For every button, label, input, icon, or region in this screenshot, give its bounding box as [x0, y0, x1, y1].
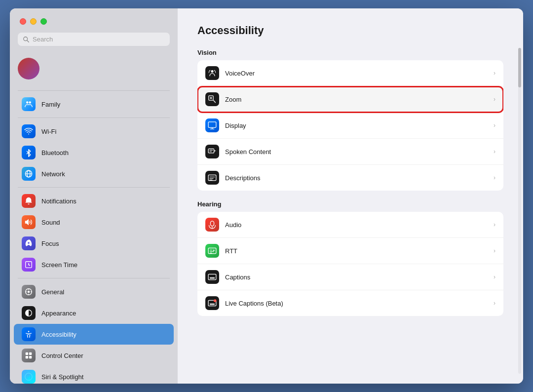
sidebar-item-accessibility[interactable]: Accessibility — [14, 324, 174, 345]
audio-chevron-icon: › — [494, 221, 495, 228]
settings-row-voiceover[interactable]: VoiceOver› — [197, 60, 503, 86]
sound-label: Sound — [41, 219, 60, 226]
maximize-button[interactable] — [40, 18, 47, 25]
user-profile[interactable] — [10, 54, 178, 85]
svg-rect-13 — [29, 353, 32, 355]
sidebar-item-notifications[interactable]: Notifications — [14, 191, 174, 211]
family-icon — [22, 97, 36, 111]
sidebar: FamilyWi-FiBluetoothNetworkNotifications… — [10, 8, 178, 384]
captions-chevron-icon: › — [494, 274, 495, 280]
sidebar-divider-notifications — [18, 187, 170, 188]
general-icon — [22, 285, 36, 299]
minimize-button[interactable] — [30, 18, 37, 25]
sidebar-item-screentime[interactable]: Screen Time — [14, 254, 174, 275]
audio-row-label: Audio — [225, 221, 494, 229]
sidebar-item-sound[interactable]: Sound — [14, 212, 174, 233]
wifi-icon — [22, 124, 36, 138]
zoom-chevron-icon: › — [494, 96, 495, 103]
settings-row-spoken[interactable]: Spoken Content› — [197, 139, 503, 165]
svg-point-6 — [28, 242, 30, 244]
settings-row-zoom[interactable]: Zoom› — [197, 86, 503, 113]
close-button[interactable] — [20, 18, 26, 25]
settings-row-captions[interactable]: Captions› — [197, 264, 503, 290]
settings-row-display[interactable]: Display› — [197, 113, 503, 139]
svg-point-2 — [26, 101, 29, 104]
general-label: General — [41, 288, 64, 296]
audio-row-icon — [205, 218, 219, 232]
sidebar-item-network[interactable]: Network — [14, 163, 174, 184]
sidebar-item-focus[interactable]: Focus — [14, 233, 174, 254]
traffic-lights — [10, 8, 178, 33]
display-row-label: Display — [225, 122, 494, 129]
appearance-icon — [22, 306, 36, 320]
sidebar-item-general[interactable]: General — [14, 281, 174, 302]
search-bar[interactable] — [18, 33, 170, 46]
spoken-row-label: Spoken Content — [225, 148, 494, 156]
descriptions-row-label: Descriptions — [225, 174, 494, 182]
accessibility-icon — [22, 327, 36, 341]
svg-rect-26 — [210, 277, 215, 279]
sidebar-divider-general — [18, 278, 170, 278]
display-chevron-icon: › — [494, 122, 495, 129]
spoken-chevron-icon: › — [494, 148, 495, 155]
family-label: Family — [41, 101, 60, 108]
screentime-icon — [22, 258, 36, 272]
livecaptions-chevron-icon: › — [494, 300, 495, 307]
voiceover-chevron-icon: › — [494, 70, 495, 77]
accessibility-label: Accessibility — [41, 331, 76, 338]
search-icon — [23, 36, 30, 43]
notifications-label: Notifications — [41, 197, 76, 205]
svg-rect-21 — [208, 149, 214, 153]
wifi-label: Wi-Fi — [41, 128, 56, 135]
spoken-row-icon — [205, 145, 219, 158]
sidebar-divider-wifi — [18, 118, 170, 118]
settings-group-vision: VoiceOver›Zoom›Display›Spoken Content›De… — [197, 60, 503, 191]
controlcenter-label: Control Center — [41, 352, 83, 359]
settings-row-audio[interactable]: Audio› — [197, 212, 503, 238]
settings-row-livecaptions[interactable]: Live Captions (Beta)› — [197, 290, 503, 316]
page-title: Accessibility — [197, 24, 503, 37]
descriptions-row-icon — [205, 171, 219, 185]
svg-rect-25 — [208, 274, 216, 279]
siri-label: Siri & Spotlight — [41, 373, 83, 381]
main-sections: VisionVoiceOver›Zoom›Display›Spoken Cont… — [197, 49, 503, 316]
settings-row-descriptions[interactable]: Descriptions› — [197, 165, 503, 191]
settings-group-hearing: Audio›RTT›Captions›Live Captions (Beta)› — [197, 212, 503, 316]
settings-row-rtt[interactable]: RTT› — [197, 238, 503, 264]
controlcenter-icon — [22, 349, 36, 362]
svg-point-3 — [29, 101, 31, 104]
svg-point-9 — [28, 291, 30, 293]
rtt-row-label: RTT — [225, 247, 494, 255]
sidebar-item-siri[interactable]: Siri & Spotlight — [14, 366, 174, 384]
network-label: Network — [41, 170, 65, 178]
zoom-row-label: Zoom — [225, 96, 494, 103]
sidebar-item-appearance[interactable]: Appearance — [14, 303, 174, 323]
section-header-hearing: Hearing — [197, 200, 503, 208]
svg-rect-15 — [29, 356, 32, 358]
svg-point-16 — [27, 374, 30, 380]
search-input[interactable] — [33, 36, 165, 43]
sidebar-items-list: FamilyWi-FiBluetoothNetworkNotifications… — [10, 85, 178, 384]
network-icon — [22, 167, 36, 181]
notifications-icon — [22, 194, 36, 208]
sidebar-item-wifi[interactable]: Wi-Fi — [14, 121, 174, 142]
livecaptions-row-icon — [205, 296, 219, 310]
voiceover-row-label: VoiceOver — [225, 70, 494, 77]
scroll-indicator — [518, 48, 521, 374]
rtt-row-icon — [205, 244, 219, 258]
main-content: Accessibility VisionVoiceOver›Zoom›Displ… — [178, 8, 523, 384]
sound-icon — [22, 215, 36, 229]
sidebar-item-bluetooth[interactable]: Bluetooth — [14, 142, 174, 163]
siri-icon — [22, 370, 36, 384]
svg-rect-14 — [26, 356, 28, 358]
svg-rect-28 — [210, 304, 215, 305]
voiceover-row-icon — [205, 66, 219, 80]
section-header-vision: Vision — [197, 49, 503, 56]
sidebar-item-controlcenter[interactable]: Control Center — [14, 345, 174, 366]
bluetooth-label: Bluetooth — [41, 149, 69, 157]
display-row-icon — [205, 118, 219, 132]
livecaptions-row-label: Live Captions (Beta) — [225, 300, 494, 307]
rtt-chevron-icon: › — [494, 247, 495, 254]
main-window: FamilyWi-FiBluetoothNetworkNotifications… — [10, 8, 523, 384]
sidebar-item-family[interactable]: Family — [14, 94, 174, 115]
